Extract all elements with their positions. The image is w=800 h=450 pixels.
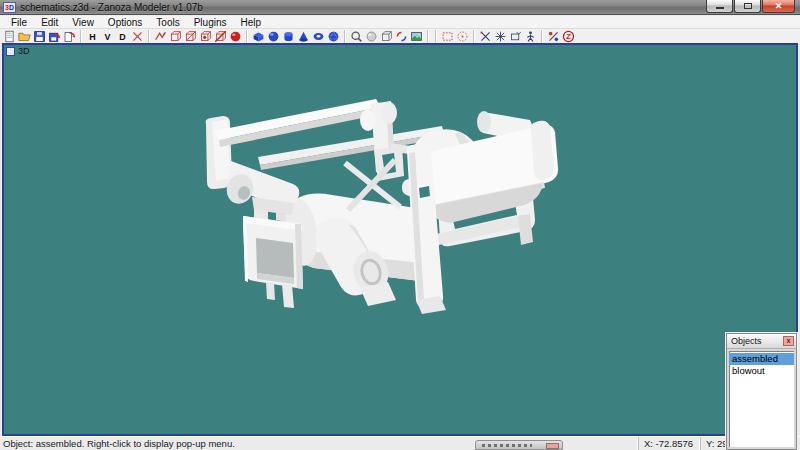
minimize-icon [716, 7, 724, 9]
close-icon: ✕ [775, 2, 783, 11]
create-torus-icon[interactable] [311, 29, 326, 44]
rect-select-icon[interactable] [440, 29, 455, 44]
toolbar-separator [80, 30, 82, 43]
circle-select-icon[interactable] [455, 29, 470, 44]
import-icon[interactable] [47, 29, 62, 44]
toolbar-separator [473, 30, 475, 43]
dual-view-button[interactable]: D [115, 29, 130, 44]
scale-tool-icon[interactable] [478, 29, 493, 44]
menu-help[interactable]: Help [234, 16, 269, 29]
svg-text:H: H [89, 31, 95, 41]
disable-view-icon[interactable] [213, 29, 228, 44]
minimize-button[interactable] [706, 0, 733, 13]
edges-mode-icon[interactable] [379, 29, 394, 44]
create-box-icon[interactable] [251, 29, 266, 44]
vertical-view-button[interactable]: V [100, 29, 115, 44]
docked-panel-title-marks [482, 444, 532, 447]
toolbar-separator [427, 30, 429, 43]
close-button[interactable]: ✕ [762, 0, 795, 13]
viewport-label: 3D [6, 46, 30, 56]
app-icon-d: D [9, 4, 14, 11]
menu-options[interactable]: Options [101, 16, 149, 29]
app-icon: 3D [3, 2, 16, 13]
viewport-label-text: 3D [18, 46, 30, 56]
title-bar: 3D schematics.z3d - Zanoza Modeler v1.07… [0, 0, 800, 15]
objects-list: assembledblowout [729, 351, 794, 447]
main-toolbar: HVDZ [0, 29, 800, 43]
create-sphere-icon[interactable] [266, 29, 281, 44]
docked-panel-close-button[interactable] [546, 443, 559, 449]
horizontal-view-button[interactable]: H [85, 29, 100, 44]
toolbar-separator [435, 30, 437, 43]
solid-view-icon[interactable] [198, 29, 213, 44]
window-title: schematics.z3d - Zanoza Modeler v1.07b [20, 2, 203, 13]
rotate-tool-icon[interactable] [394, 29, 409, 44]
model-3d [2, 43, 798, 436]
maximize-button[interactable] [734, 0, 761, 13]
menu-plugins[interactable]: Plugins [187, 16, 234, 29]
wireframe-view-icon[interactable] [183, 29, 198, 44]
toolbar-separator [541, 30, 543, 43]
zoom-tool-icon[interactable] [349, 29, 364, 44]
viewport-3d[interactable]: 3D [2, 43, 798, 436]
viewport-icon [6, 47, 15, 56]
create-cone-icon[interactable] [296, 29, 311, 44]
status-bar: Object: assembled. Right-click to displa… [0, 436, 800, 450]
objects-panel-close-button[interactable]: x [783, 336, 794, 346]
vertices-mode-icon[interactable] [364, 29, 379, 44]
status-message: Object: assembled. Right-click to displa… [3, 438, 235, 449]
about-zmodeler-icon[interactable]: Z [561, 29, 576, 44]
export-icon[interactable] [62, 29, 77, 44]
objects-panel-title: Objects [731, 336, 783, 346]
objects-panel-titlebar[interactable]: Objects x [727, 334, 796, 349]
object-item-assembled[interactable]: assembled [729, 353, 794, 365]
svg-text:V: V [105, 31, 111, 41]
menu-bar: FileEditViewOptionsToolsPluginsHelp [0, 16, 800, 29]
material-sphere-icon[interactable] [228, 29, 243, 44]
axes-filter-icon[interactable] [130, 29, 145, 44]
menu-file[interactable]: File [4, 16, 34, 29]
background-image-icon[interactable] [409, 29, 424, 44]
save-icon[interactable] [32, 29, 47, 44]
create-cylinder-icon[interactable] [281, 29, 296, 44]
menu-edit[interactable]: Edit [34, 16, 65, 29]
objects-panel: Objects x assembledblowout [726, 333, 797, 450]
select-tool-icon[interactable] [153, 29, 168, 44]
skeleton-tool-icon[interactable] [523, 29, 538, 44]
docked-panel[interactable] [475, 440, 563, 450]
object-item-blowout[interactable]: blowout [729, 365, 794, 377]
bounding-box-view-icon[interactable] [168, 29, 183, 44]
toolbar-separator [148, 30, 150, 43]
maximize-icon [744, 3, 752, 9]
create-geosphere-icon[interactable] [326, 29, 341, 44]
svg-text:Z: Z [566, 32, 571, 41]
mirror-tool-icon[interactable] [508, 29, 523, 44]
snap-tool-icon[interactable] [493, 29, 508, 44]
menu-tools[interactable]: Tools [149, 16, 186, 29]
new-icon[interactable] [2, 29, 17, 44]
toolbar-separator [246, 30, 248, 43]
menu-view[interactable]: View [65, 16, 101, 29]
svg-text:D: D [119, 31, 126, 41]
toolbar-separator [344, 30, 346, 43]
uv-mapper-icon[interactable] [546, 29, 561, 44]
coordinate-x: X: -72.8576 [638, 437, 700, 450]
open-icon[interactable] [17, 29, 32, 44]
